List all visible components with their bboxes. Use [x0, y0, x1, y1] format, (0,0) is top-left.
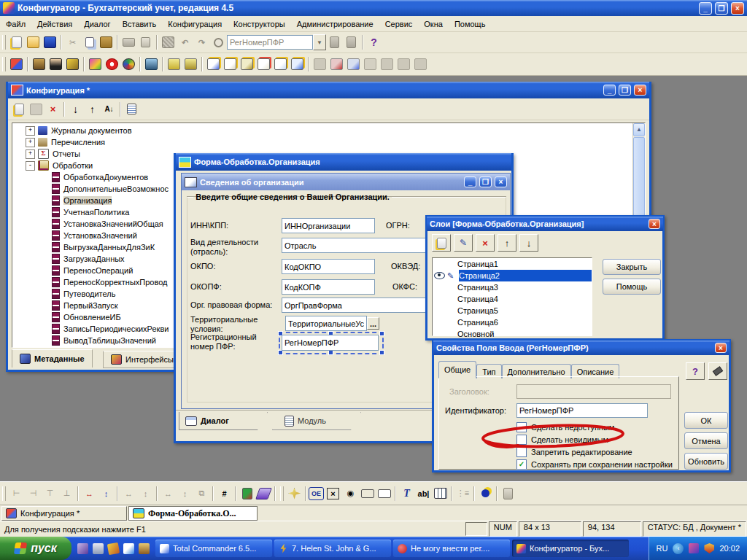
- layer-item[interactable]: Страница1: [433, 258, 592, 270]
- territorial-browse-button[interactable]: ...: [367, 317, 379, 330]
- inn-input[interactable]: [282, 218, 375, 233]
- tree-control-icon[interactable]: ⋮≡: [454, 486, 471, 502]
- wizard-form-icon[interactable]: [205, 56, 222, 72]
- checkbox-control-icon[interactable]: ×: [327, 488, 339, 499]
- layer-item[interactable]: Страница4: [433, 293, 592, 305]
- menu-file[interactable]: Файл: [0, 17, 31, 31]
- tab-metadata[interactable]: Метаданные: [12, 349, 93, 368]
- align-right-icon[interactable]: ⊣: [25, 486, 42, 502]
- quicklaunch-1-icon[interactable]: [77, 543, 88, 554]
- checkbox-disable[interactable]: [516, 422, 527, 432]
- identifier-input[interactable]: [516, 403, 648, 418]
- wizard-sigma-icon[interactable]: [362, 56, 379, 72]
- new-icon[interactable]: [8, 34, 25, 50]
- layer-item[interactable]: Страница6: [433, 316, 592, 328]
- sort-icon[interactable]: А↓: [101, 101, 117, 117]
- layer-up-icon[interactable]: ↑: [498, 234, 516, 252]
- cancel-button[interactable]: Отмена: [684, 432, 728, 449]
- grid-icon[interactable]: #: [216, 486, 233, 502]
- tray-shield-icon[interactable]: [704, 543, 714, 553]
- redo-icon[interactable]: ↷: [193, 34, 210, 50]
- wizard-disabled-1-icon[interactable]: [311, 56, 328, 72]
- org-minimize-button[interactable]: _: [464, 176, 476, 187]
- open-icon[interactable]: [25, 34, 42, 50]
- restore-button[interactable]: ❐: [715, 2, 728, 15]
- wizard-disabled-3-icon[interactable]: [395, 56, 412, 72]
- menu-windows[interactable]: Окна: [418, 17, 449, 31]
- picture-control-icon[interactable]: [477, 486, 494, 502]
- tab-module[interactable]: Модуль: [272, 412, 361, 430]
- properties-help-icon[interactable]: ?: [686, 362, 705, 380]
- start-button[interactable]: пуск: [0, 537, 71, 560]
- config-maximize-button[interactable]: ❐: [619, 85, 631, 96]
- search-input[interactable]: [227, 35, 313, 50]
- cut-icon[interactable]: ✂: [64, 34, 81, 50]
- layer-delete-icon[interactable]: ×: [476, 234, 495, 252]
- update-button[interactable]: Обновить: [684, 453, 728, 470]
- expand-icon[interactable]: +: [26, 138, 35, 147]
- layer-item-selected[interactable]: ✎ Страница2: [433, 270, 592, 281]
- pin-icon[interactable]: [708, 362, 727, 380]
- layers-close-btn[interactable]: Закрыть: [603, 259, 661, 275]
- layer-item[interactable]: Страница3: [433, 281, 592, 293]
- territorial-input[interactable]: [285, 316, 367, 331]
- move-up-icon[interactable]: ↑: [84, 101, 101, 117]
- save-config-icon[interactable]: [87, 56, 104, 72]
- center-horizontal-icon[interactable]: ↔: [81, 486, 98, 502]
- table-restructure-icon[interactable]: [182, 56, 199, 72]
- globe-icon[interactable]: [120, 56, 137, 72]
- tab-dialog[interactable]: Диалог: [179, 412, 268, 430]
- align-left-icon[interactable]: ⊢: [8, 486, 25, 502]
- layers-tool-icon[interactable]: [255, 486, 272, 502]
- checkbox-row-disable[interactable]: Сделать недоступным: [516, 422, 614, 432]
- author-icon[interactable]: [47, 56, 64, 72]
- config-close-button[interactable]: ×: [634, 85, 646, 96]
- properties-close-button[interactable]: ×: [715, 343, 727, 353]
- checkbox-row-save[interactable]: ✓Сохранять при сохранении настройки: [516, 459, 673, 470]
- frame-control-icon[interactable]: [359, 486, 376, 502]
- find-icon[interactable]: [210, 34, 227, 50]
- checkbox-save-checked[interactable]: ✓: [516, 459, 527, 470]
- same-height-icon[interactable]: ↕: [137, 486, 154, 502]
- scroll-up-icon[interactable]: ▲: [633, 123, 645, 136]
- find-key-icon[interactable]: [64, 56, 81, 72]
- search-dropdown-icon[interactable]: ▼: [313, 34, 326, 50]
- task-configurator[interactable]: Конфигуратор - Бух...: [512, 540, 629, 557]
- layers-help-btn[interactable]: Помощь: [603, 279, 661, 295]
- same-size-icon[interactable]: ⧉: [193, 486, 210, 502]
- window-tab-form[interactable]: Форма-Обработка.О...: [128, 506, 258, 521]
- table-edit-icon[interactable]: [166, 56, 182, 72]
- quicklaunch-5-icon[interactable]: [139, 543, 150, 554]
- find-prev-icon[interactable]: [343, 34, 360, 50]
- print-icon[interactable]: [120, 34, 137, 50]
- tree-item[interactable]: +Перечисления: [14, 136, 631, 148]
- space-across-icon[interactable]: ↔: [160, 486, 177, 502]
- quicklaunch-2-icon[interactable]: [93, 543, 104, 554]
- text-control-icon[interactable]: T: [398, 486, 415, 502]
- tab-general[interactable]: Общие: [438, 361, 476, 378]
- reg-number-input[interactable]: [282, 335, 379, 351]
- tray-update-icon[interactable]: [689, 543, 699, 553]
- okopf-input[interactable]: [282, 279, 375, 295]
- view-icon[interactable]: [160, 34, 177, 50]
- window-tab-configuration[interactable]: Конфигурация *: [1, 506, 127, 521]
- wizard-module-icon[interactable]: [289, 56, 306, 72]
- wizard-sum-icon[interactable]: [345, 56, 362, 72]
- tree-new-icon[interactable]: [11, 101, 28, 117]
- close-button[interactable]: ×: [731, 2, 744, 15]
- okpo-input[interactable]: [282, 259, 375, 274]
- menu-dialog[interactable]: Диалог: [78, 17, 116, 31]
- menu-help[interactable]: Помощь: [449, 17, 492, 31]
- help-icon[interactable]: ?: [365, 34, 382, 50]
- org-maximize-button[interactable]: ❐: [479, 176, 492, 187]
- minimize-button[interactable]: _: [699, 2, 712, 15]
- user-monitor-icon[interactable]: [143, 56, 160, 72]
- tree-item[interactable]: +Журналы документов: [14, 125, 631, 136]
- center-vertical-icon[interactable]: ↕: [98, 486, 115, 502]
- collapse-icon[interactable]: -: [26, 161, 35, 171]
- button-control-icon[interactable]: ОЕ: [309, 487, 324, 500]
- wizard-report-icon[interactable]: [255, 56, 272, 72]
- wizard-disabled-4-icon[interactable]: [412, 56, 429, 72]
- move-down-icon[interactable]: ↓: [67, 101, 84, 117]
- quicklaunch-4-icon[interactable]: [123, 543, 134, 554]
